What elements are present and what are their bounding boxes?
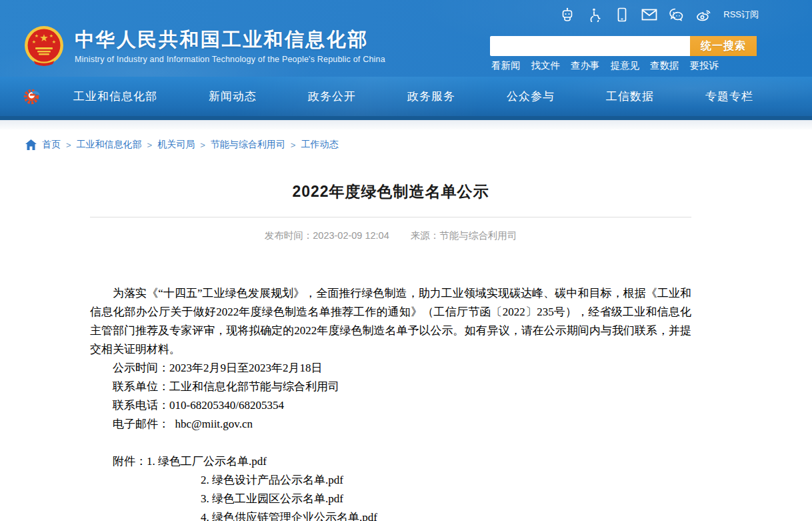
utility-icon-row: RSS订阅	[559, 5, 759, 24]
breadcrumb: 首页 > 工业和信息化部 > 机关司局 > 节能与综合利用司 > 工作动态	[25, 138, 812, 151]
article-title: 2022年度绿色制造名单公示	[90, 181, 691, 202]
national-emblem-logo: ★ ★ ★ ★ ★	[24, 25, 64, 68]
svg-text:★: ★	[49, 33, 53, 38]
quick-link-data[interactable]: 查数据	[650, 59, 679, 72]
attachments-line-4: 4. 绿色供应链管理企业公示名单.pdf	[90, 508, 691, 521]
blank-line	[90, 434, 691, 452]
breadcrumb-energy-conservation-dept[interactable]: 节能与综合利用司	[211, 139, 285, 151]
wechat-icon[interactable]	[669, 7, 685, 23]
quick-link-feedback[interactable]: 提意见	[611, 59, 640, 72]
breadcrumb-separator: >	[66, 140, 71, 150]
article: 2022年度绿色制造名单公示 发布时间：2023-02-09 12:04 来源：…	[90, 181, 691, 521]
svg-text:★: ★	[35, 33, 39, 38]
ai-assistant-robot-icon[interactable]	[559, 7, 575, 23]
rss-subscribe-link[interactable]: RSS订阅	[723, 9, 759, 21]
search-area: 统一搜索	[490, 36, 757, 56]
article-paragraph: 为落实《“十四五”工业绿色发展规划》，全面推行绿色制造，助力工业领域实现碳达峰、…	[90, 284, 691, 359]
mobile-version-icon[interactable]	[614, 7, 630, 23]
site-header: RSS订阅 ★ ★ ★ ★ ★ 中华人民共和国工业和信息化部 Ministry …	[0, 0, 812, 77]
accessibility-wheelchair-icon[interactable]	[587, 7, 603, 23]
site-subtitle-en: Ministry of Industry and Information Tec…	[75, 55, 385, 64]
site-brand: ★ ★ ★ ★ ★ 中华人民共和国工业和信息化部 Ministry of Ind…	[24, 25, 385, 68]
quick-link-services[interactable]: 查办事	[571, 59, 600, 72]
publish-time: 发布时间：2023-02-09 12:04	[265, 229, 389, 242]
article-meta: 发布时间：2023-02-09 12:04 来源：节能与综合利用司	[90, 229, 691, 242]
article-body: 为落实《“十四五”工业绿色发展规划》，全面推行绿色制造，助力工业领域实现碳达峰、…	[90, 284, 691, 521]
svg-text:★: ★	[32, 39, 36, 44]
nav-item-public-participation[interactable]: 公众参与	[507, 89, 555, 104]
nav-item-miit[interactable]: 工业和信息化部	[73, 89, 157, 104]
quick-links-row: 看新闻 找文件 查办事 提意见 查数据 要投诉	[491, 59, 719, 72]
title-divider	[90, 217, 691, 217]
site-title: 中华人民共和国工业和信息化部	[75, 29, 385, 51]
breadcrumb-miit[interactable]: 工业和信息化部	[77, 139, 142, 151]
breadcrumb-home[interactable]: 首页	[42, 139, 61, 151]
search-input[interactable]	[490, 36, 690, 56]
header-content-divider-band	[0, 120, 812, 129]
contact-email-line: 电子邮件： hbc@miit.gov.cn	[90, 415, 691, 434]
article-source: 来源：节能与综合利用司	[411, 229, 517, 242]
attachment-green-supply-chain-pdf[interactable]: 4. 绿色供应链管理企业公示名单.pdf	[201, 511, 377, 521]
contact-unit-line: 联系单位：工业和信息化部节能与综合利用司	[90, 378, 691, 396]
attachments-line-2: 2. 绿色设计产品公示名单.pdf	[90, 471, 691, 490]
attachments-label: 附件：	[113, 455, 147, 468]
quick-link-documents[interactable]: 找文件	[531, 59, 561, 72]
attachments-line-3: 3. 绿色工业园区公示名单.pdf	[90, 490, 691, 508]
home-icon[interactable]	[25, 139, 37, 150]
nav-items: 工业和信息化部 新闻动态 政务公开 政务服务 公众参与 工信数据 专题专栏	[41, 89, 753, 104]
main-nav: 工业和信息化部 新闻动态 政务公开 政务服务 公众参与 工信数据 专题专栏	[0, 77, 812, 120]
quick-link-complaint[interactable]: 要投诉	[690, 59, 719, 72]
nav-item-gov-disclosure[interactable]: 政务公开	[308, 89, 356, 104]
weibo-icon[interactable]	[696, 7, 712, 23]
attachments-line-1: 附件：1. 绿色工厂公示名单.pdf	[90, 452, 691, 471]
attachment-green-industrial-park-pdf[interactable]: 3. 绿色工业园区公示名单.pdf	[201, 492, 343, 505]
svg-text:★: ★	[39, 32, 48, 43]
contact-phone-line: 联系电话：010-68205340/68205354	[90, 396, 691, 415]
brand-text: 中华人民共和国工业和信息化部 Ministry of Industry and …	[75, 29, 385, 65]
breadcrumb-work-updates[interactable]: 工作动态	[301, 139, 338, 151]
attachment-green-design-product-pdf[interactable]: 2. 绿色设计产品公示名单.pdf	[201, 474, 343, 486]
svg-text:★: ★	[52, 39, 56, 44]
nav-item-special-topics[interactable]: 专题专栏	[705, 89, 753, 104]
nav-item-gov-services[interactable]: 政务服务	[407, 89, 455, 104]
nav-item-news[interactable]: 新闻动态	[209, 89, 257, 104]
miit-gear-logo-icon	[23, 87, 41, 106]
breadcrumb-separator: >	[200, 140, 205, 150]
mail-icon[interactable]	[641, 7, 657, 23]
breadcrumb-separator: >	[147, 140, 153, 150]
breadcrumb-separator: >	[291, 140, 296, 150]
nav-item-industry-data[interactable]: 工信数据	[606, 89, 654, 104]
unified-search-button[interactable]: 统一搜索	[690, 36, 757, 56]
publicity-period-line: 公示时间：2023年2月9日至2023年2月18日	[90, 359, 691, 378]
quick-link-news[interactable]: 看新闻	[491, 59, 521, 72]
breadcrumb-departments[interactable]: 机关司局	[157, 139, 195, 151]
attachment-green-factory-pdf[interactable]: 1. 绿色工厂公示名单.pdf	[147, 455, 267, 468]
